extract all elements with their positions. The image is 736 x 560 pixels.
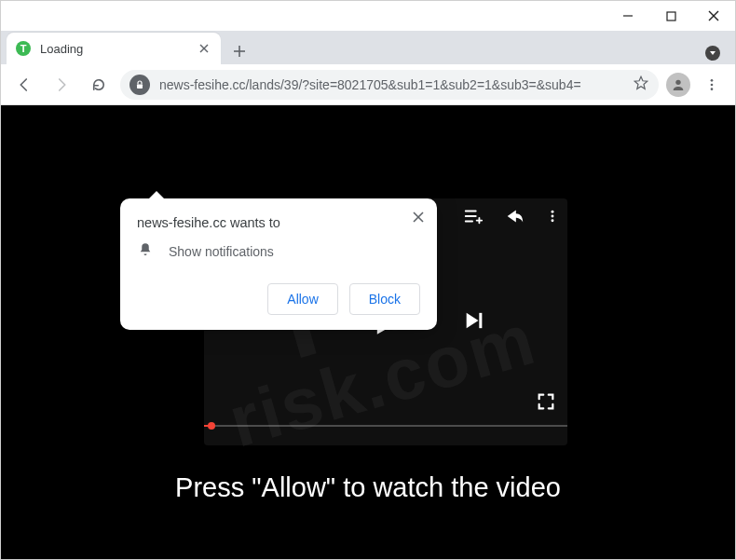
forward-button[interactable] (46, 69, 77, 101)
tab-search-button[interactable] (702, 42, 724, 64)
new-tab-button[interactable] (226, 38, 252, 64)
tab-title: Loading (40, 42, 187, 56)
window-titlebar (1, 1, 735, 31)
more-options-icon[interactable] (545, 206, 560, 230)
prompt-title: news-fesihe.cc wants to (137, 215, 420, 230)
window-close-button[interactable] (692, 1, 735, 31)
site-lock-icon[interactable] (129, 75, 150, 95)
bell-icon (137, 241, 154, 261)
window-maximize-button[interactable] (649, 1, 692, 31)
svg-rect-8 (137, 84, 143, 89)
svg-rect-1 (667, 12, 675, 20)
address-bar[interactable]: news-fesihe.cc/lands/39/?site=8021705&su… (120, 70, 659, 100)
prompt-permission-label: Show notifications (169, 244, 274, 259)
profile-avatar-icon[interactable] (666, 73, 690, 97)
svg-point-10 (711, 79, 714, 82)
svg-point-9 (675, 79, 680, 84)
add-to-playlist-icon[interactable] (463, 206, 484, 230)
svg-point-13 (552, 211, 554, 213)
prompt-wants-to: wants to (230, 215, 280, 230)
block-button[interactable]: Block (349, 283, 420, 315)
svg-point-12 (711, 88, 714, 90)
share-icon[interactable] (504, 206, 525, 230)
tab-strip: T Loading (1, 31, 735, 64)
kebab-menu-icon[interactable] (696, 69, 728, 101)
bookmark-star-icon[interactable] (633, 75, 649, 95)
svg-point-14 (552, 215, 554, 218)
browser-toolbar: news-fesihe.cc/lands/39/?site=8021705&su… (1, 64, 735, 105)
back-button[interactable] (8, 69, 40, 101)
prompt-site-name: news-fesihe.cc (137, 215, 226, 230)
tab-favicon-icon: T (16, 41, 31, 56)
svg-point-15 (552, 219, 554, 222)
allow-button[interactable]: Allow (267, 283, 337, 315)
skip-next-icon[interactable] (462, 307, 488, 337)
reload-button[interactable] (83, 69, 115, 101)
tab-close-button[interactable] (197, 41, 211, 56)
page-content: PC risk.com (1, 105, 735, 559)
browser-tab[interactable]: T Loading (7, 33, 221, 64)
notification-permission-prompt: news-fesihe.cc wants to Show notificatio… (120, 198, 437, 330)
address-text: news-fesihe.cc/lands/39/?site=8021705&su… (159, 77, 581, 92)
video-progress-thumb[interactable] (204, 425, 213, 427)
prompt-close-button[interactable] (409, 208, 428, 226)
video-progress-track[interactable] (204, 425, 567, 427)
page-instruction-text: Press "Allow" to watch the video (175, 472, 561, 503)
svg-point-11 (711, 83, 714, 86)
fullscreen-icon[interactable] (536, 391, 556, 416)
window-minimize-button[interactable] (607, 1, 649, 31)
